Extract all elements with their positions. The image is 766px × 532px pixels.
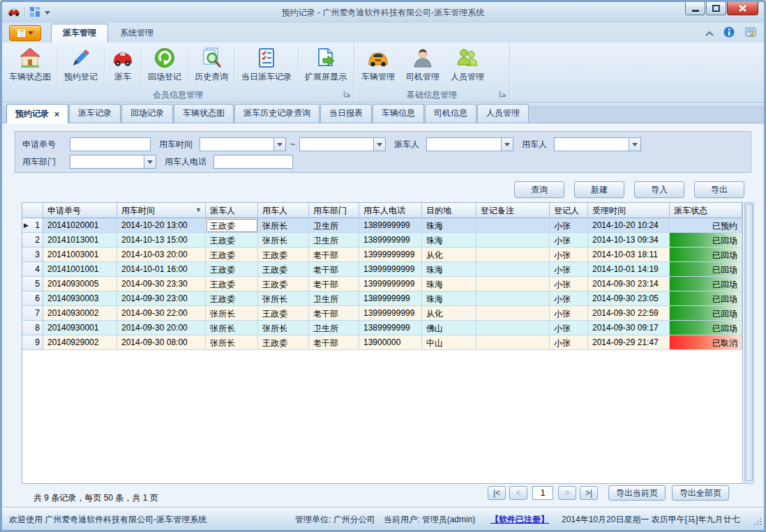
row-header[interactable]: 4 xyxy=(22,262,43,277)
column-header[interactable]: 派车状态 xyxy=(670,203,742,218)
table-row[interactable]: 2201410130012014-10-13 15:00王政委张所长卫生所138… xyxy=(22,233,742,248)
dept-combo[interactable] xyxy=(70,155,156,169)
history-query-button[interactable]: 历史查询 xyxy=(189,45,234,89)
chevron-down-icon[interactable] xyxy=(373,138,385,151)
vehicle-manage-button[interactable]: 车辆管理 xyxy=(356,45,400,89)
cell[interactable]: 张所长 xyxy=(258,321,309,335)
cell[interactable]: 珠海 xyxy=(422,291,476,306)
column-header[interactable]: 目的地 xyxy=(422,203,476,218)
cell[interactable]: 1389999999 xyxy=(359,218,422,233)
tab-daily-report[interactable]: 当日报表 xyxy=(320,104,372,123)
row-header[interactable]: 5 xyxy=(22,277,43,291)
cell[interactable]: 老干部 xyxy=(309,335,359,350)
cell[interactable]: 20140930001 xyxy=(43,321,117,335)
cell[interactable]: 珠海 xyxy=(422,233,476,248)
cell[interactable]: 小张 xyxy=(550,306,588,321)
table-row[interactable]: 5201409300052014-09-30 23:30王政委王政委老干部139… xyxy=(22,277,742,291)
cell[interactable]: 小张 xyxy=(550,262,588,277)
import-button[interactable]: 导入 xyxy=(634,181,684,198)
cell[interactable]: 2014-09-30 09:17 xyxy=(588,321,670,335)
table-row[interactable]: 8201409300012014-09-30 20:00张所长张所长卫生所138… xyxy=(22,321,742,335)
cell[interactable]: 20141001001 xyxy=(43,262,117,277)
tab-dispatch-history-query[interactable]: 派车历史记录查询 xyxy=(234,104,320,123)
row-header[interactable]: 7 xyxy=(22,306,43,321)
cell[interactable]: 小张 xyxy=(550,277,588,291)
dispatcher-combo[interactable] xyxy=(426,137,513,151)
cell[interactable]: 佛山 xyxy=(422,321,476,335)
cell[interactable] xyxy=(476,248,550,262)
cell[interactable]: 2014-09-30 23:00 xyxy=(117,291,206,306)
status-cell[interactable]: 已回场 xyxy=(670,291,742,306)
quick-access-layout-icon[interactable] xyxy=(29,6,40,20)
export-current-page-button[interactable]: 导出当前页 xyxy=(608,485,666,501)
cell[interactable]: 卫生所 xyxy=(309,218,359,233)
cell[interactable] xyxy=(476,277,550,291)
cell[interactable]: 1389999999 xyxy=(359,291,422,306)
driver-manage-button[interactable]: 司机管理 xyxy=(400,45,445,89)
cell[interactable]: 张所长 xyxy=(206,321,258,335)
cell[interactable]: 珠海 xyxy=(422,277,476,291)
cell[interactable]: 2014-10-13 09:34 xyxy=(588,233,670,248)
last-page-button[interactable]: >| xyxy=(580,486,598,500)
cell[interactable]: 王政委 xyxy=(258,335,309,350)
cell[interactable]: 小张 xyxy=(550,335,588,350)
user-combo[interactable] xyxy=(554,137,641,151)
vertical-scrollbar[interactable] xyxy=(744,202,754,484)
status-cell[interactable]: 已回场 xyxy=(670,262,742,277)
tab-reservation-records[interactable]: 预约记录 × xyxy=(6,104,68,123)
cell[interactable]: 13900000 xyxy=(359,335,422,350)
help-icon[interactable] xyxy=(744,26,757,40)
next-page-button[interactable]: > xyxy=(558,486,576,500)
personnel-manage-button[interactable]: 人员管理 xyxy=(445,45,490,89)
cell[interactable]: 从化 xyxy=(422,248,476,262)
cell[interactable] xyxy=(476,335,550,350)
cell[interactable]: 老干部 xyxy=(309,306,359,321)
cell[interactable]: 2014-09-30 23:14 xyxy=(588,277,670,291)
status-cell[interactable]: 已回场 xyxy=(670,321,742,335)
dialog-launcher-icon[interactable] xyxy=(499,90,506,100)
status-cell[interactable]: 已取消 xyxy=(670,335,742,350)
cell[interactable]: 2014-10-03 20:00 xyxy=(117,248,206,262)
cell[interactable]: 中山 xyxy=(422,335,476,350)
cell[interactable]: 2014-10-20 10:24 xyxy=(588,218,670,233)
cell[interactable]: 王政委 xyxy=(258,248,309,262)
cell[interactable]: 卫生所 xyxy=(309,321,359,335)
row-header[interactable]: 9 xyxy=(22,335,43,350)
cell[interactable]: 2014-09-30 23:05 xyxy=(588,291,670,306)
cell[interactable]: 2014-09-30 22:00 xyxy=(117,306,206,321)
column-header[interactable]: 用车人 xyxy=(258,203,309,218)
cell[interactable]: 2014-10-20 13:00 xyxy=(117,218,206,233)
chevron-down-icon[interactable] xyxy=(629,138,640,151)
reservation-register-button[interactable]: 预约登记 xyxy=(59,45,103,89)
page-number-input[interactable] xyxy=(532,486,553,500)
daily-dispatch-records-button[interactable]: 当日派车记录 xyxy=(236,45,297,89)
table-row[interactable]: 6201409300032014-09-30 23:00王政委张所长卫生所138… xyxy=(22,291,742,306)
cell[interactable]: 1389999999 xyxy=(359,233,422,248)
user-phone-input[interactable] xyxy=(213,155,293,169)
return-register-button[interactable]: 回场登记 xyxy=(142,45,187,89)
cell[interactable]: 2014-10-01 16:00 xyxy=(117,262,206,277)
cell[interactable]: 小张 xyxy=(550,218,588,233)
use-time-to-combo[interactable] xyxy=(299,137,386,151)
cell[interactable]: 2014-09-30 08:00 xyxy=(117,335,206,350)
cell[interactable]: 王政委 xyxy=(206,218,258,233)
table-row[interactable]: 3201410030012014-10-03 20:00王政委王政委老干部139… xyxy=(22,248,742,262)
cell[interactable]: 张所长 xyxy=(206,335,258,350)
cell[interactable]: 从化 xyxy=(422,306,476,321)
cell[interactable]: 1389999999 xyxy=(359,321,422,335)
quick-access-dropdown-icon[interactable] xyxy=(45,11,50,15)
cell[interactable]: 王政委 xyxy=(258,306,309,321)
first-page-button[interactable]: |< xyxy=(488,486,506,500)
chevron-down-icon[interactable] xyxy=(501,138,513,151)
row-indicator-header[interactable] xyxy=(22,203,43,218)
minimize-button[interactable] xyxy=(685,2,705,15)
cell[interactable]: 2014-10-03 18:11 xyxy=(588,248,670,262)
query-button[interactable]: 查询 xyxy=(514,181,564,198)
cell[interactable]: 13999999999 xyxy=(359,277,422,291)
status-cell[interactable]: 已预约 xyxy=(670,218,742,233)
column-header[interactable]: 用车人电话 xyxy=(359,203,422,218)
dispatch-button[interactable]: 派车 xyxy=(105,45,140,89)
cell[interactable]: 卫生所 xyxy=(309,233,359,248)
status-cell[interactable]: 已回场 xyxy=(670,277,742,291)
tab-driver-info[interactable]: 司机信息 xyxy=(425,104,476,123)
